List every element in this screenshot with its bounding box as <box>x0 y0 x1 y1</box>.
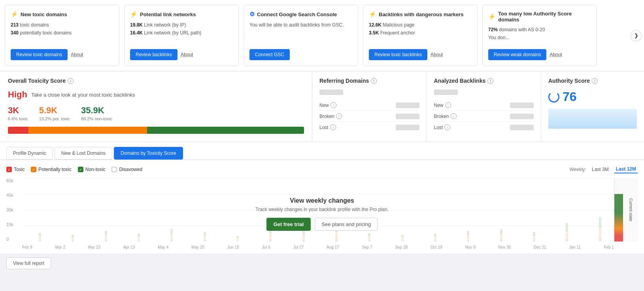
referring-domains-title: Referring Domains i <box>319 78 419 84</box>
checkbox-non-toxic: ✓ <box>78 167 83 172</box>
cards-next-arrow[interactable]: ❯ <box>631 30 642 41</box>
referring-domains-value <box>319 89 343 95</box>
time-option-3m[interactable]: Last 3M <box>590 166 610 173</box>
toxicity-panel: Overall Toxicity Score i High Take a clo… <box>0 71 312 142</box>
main-stats-section: Overall Toxicity Score i High Take a clo… <box>0 71 644 142</box>
analyzed-backlinks-info-icon[interactable]: i <box>487 78 493 84</box>
alert-card-title: ⚙ Connect Google Search Console <box>249 11 352 18</box>
stat-info-icon[interactable]: i <box>445 102 451 108</box>
get-free-trial-button[interactable]: Get free trial <box>266 218 311 231</box>
metric-item: 35.9K 80.2% non-toxic <box>81 105 112 121</box>
stat-blurred-value <box>510 103 534 108</box>
chart-overlay: View weekly changes Track weekly changes… <box>6 178 638 249</box>
authority-score-title-text: Authority Score <box>548 78 590 84</box>
view-full-report-button[interactable]: View full report <box>6 257 51 269</box>
alert-card-body: 213 toxic domains340 potentially toxic d… <box>11 21 113 37</box>
about-link-link-networks[interactable]: About <box>181 52 193 57</box>
alert-title-text: Potential link networks <box>140 11 196 17</box>
progress-segment-red <box>8 127 28 134</box>
stat-info-icon[interactable]: i <box>451 113 457 119</box>
filter-non-toxic[interactable]: ✓ Non-toxic <box>78 167 106 172</box>
filters-container: ✓ Toxic ✓ Potentially toxic ✓ Non-toxic … <box>6 167 142 172</box>
stat-info-icon[interactable]: i <box>336 113 342 119</box>
alert-card-title: ⚡ Potential link networks <box>130 11 233 18</box>
alert-card-body: 19.8K Link network (by IP)16.4K Link net… <box>130 21 233 37</box>
alert-card-dangerous: ⚡ Backlinks with dangerous markers 12.6K… <box>363 5 478 66</box>
overlay-title: View weekly changes <box>290 197 354 204</box>
stat-info-icon[interactable]: i <box>330 102 336 108</box>
metric-item: 3K 6.6% toxic <box>8 105 28 121</box>
analyzed-backlinks-title-text: Analyzed Backlinks <box>434 78 486 84</box>
time-option-12m[interactable]: Last 12M <box>614 165 638 173</box>
alert-title-text: Connect Google Search Console <box>257 11 337 17</box>
checkbox-potentially toxic: ✓ <box>31 167 36 172</box>
alert-card-title: ⚡ New toxic domains <box>11 11 113 18</box>
filter-label: Non-toxic <box>85 167 106 172</box>
tab-profile-dynamic[interactable]: Profile Dynamic <box>6 147 53 160</box>
toxicity-level: High <box>8 89 27 100</box>
metric-value: 3K <box>8 105 28 116</box>
alert-card-body: You will be able to audit backlinks from… <box>249 21 352 29</box>
about-link-low-authority[interactable]: About <box>550 52 562 57</box>
alert-cards-section: ⚡ New toxic domains 213 toxic domains340… <box>0 0 644 71</box>
authority-score-info-icon[interactable]: i <box>592 78 598 84</box>
filter-disavowed[interactable]: Disavowed <box>111 167 142 172</box>
stat-blurred-value <box>396 125 419 130</box>
toxicity-info-icon[interactable]: i <box>68 78 74 84</box>
toxicity-metrics: 3K 6.6% toxic 5.9K 13.2% pot. toxic 35.9… <box>8 105 304 121</box>
metric-label: 6.6% toxic <box>8 116 28 121</box>
alert-card-title: ⚡ Too many low Authority Score domains <box>488 11 591 23</box>
stat-label: New i <box>319 102 336 108</box>
about-link-toxic[interactable]: About <box>71 52 83 57</box>
stat-row: Lost i <box>319 122 419 133</box>
stat-blurred-value <box>510 114 534 119</box>
stat-blurred-value <box>510 125 534 130</box>
stat-label: Lost i <box>434 124 451 130</box>
stat-label: New i <box>434 102 451 108</box>
stat-row: Broken i <box>319 111 419 122</box>
analyzed-backlinks-value <box>434 89 458 95</box>
referring-rows: New i Broken i Lost i <box>319 100 419 133</box>
alert-card-low-authority: ⚡ Too many low Authority Score domains 7… <box>482 5 597 66</box>
referring-domains-info-icon[interactable]: i <box>371 78 377 84</box>
alert-title-text: Backlinks with dangerous markers <box>379 11 464 17</box>
alert-card-title: ⚡ Backlinks with dangerous markers <box>369 11 472 18</box>
authority-number-text: 76 <box>563 89 577 104</box>
tab-domains-by-toxicity-score[interactable]: Domains by Toxicity Score <box>114 147 183 160</box>
referring-domains-panel: Referring Domains i New i Broken i Lost … <box>312 71 427 142</box>
metric-value: 5.9K <box>39 105 70 116</box>
overlay-subtitle: Track weekly changes in your backlink pr… <box>255 207 388 212</box>
alert-primary-btn-dangerous[interactable]: Review toxic backlinks <box>369 49 427 60</box>
alert-primary-btn-link-networks[interactable]: Review backlinks <box>130 49 178 60</box>
stat-row: New i <box>434 100 534 111</box>
analyzed-backlinks-panel: Analyzed Backlinks i New i Broken i Lost… <box>427 71 542 142</box>
alert-primary-btn-gsc[interactable]: Connect GSC <box>249 49 290 60</box>
alert-primary-btn-toxic[interactable]: Review toxic domains <box>11 49 68 60</box>
lightning-icon: ⚡ <box>369 11 376 18</box>
stat-info-icon[interactable]: i <box>330 124 336 130</box>
tabs-container: Profile DynamicNew & Lost DomainsDomains… <box>6 147 638 160</box>
authority-chart <box>548 109 637 129</box>
alert-card-gsc: ⚙ Connect Google Search Console You will… <box>244 5 358 66</box>
toxicity-progress-bar <box>8 127 304 134</box>
alert-primary-btn-low-authority[interactable]: Review weak domains <box>488 49 546 60</box>
stat-row: Broken i <box>434 111 534 122</box>
tab-new-&-lost-domains[interactable]: New & Lost Domains <box>55 147 112 160</box>
toxicity-subtitle: Take a close look at your most toxic bac… <box>31 92 135 98</box>
lightning-icon: ⚡ <box>488 13 496 20</box>
overlay-buttons: Get free trial See plans and pricing <box>266 218 378 231</box>
metric-value: 35.9K <box>81 105 112 116</box>
analyzed-backlinks-title: Analyzed Backlinks i <box>434 78 534 84</box>
toxicity-section-title: Overall Toxicity Score i <box>8 78 304 84</box>
chart-area: 60k45k30k15k0 <box>6 178 638 249</box>
about-link-dangerous[interactable]: About <box>431 52 443 57</box>
filter-toxic[interactable]: ✓ Toxic <box>6 167 25 172</box>
see-plans-button[interactable]: See plans and pricing <box>315 218 378 231</box>
filter-potentially-toxic[interactable]: ✓ Potentially toxic <box>31 167 71 172</box>
authority-score-value: 76 <box>548 89 637 104</box>
stat-label: Broken i <box>319 113 342 119</box>
alert-card-toxic: ⚡ New toxic domains 213 toxic domains340… <box>5 5 119 66</box>
tabs-section: Profile DynamicNew & Lost DomainsDomains… <box>0 142 644 160</box>
stat-info-icon[interactable]: i <box>444 124 450 130</box>
metric-label: 80.2% non-toxic <box>81 116 112 121</box>
